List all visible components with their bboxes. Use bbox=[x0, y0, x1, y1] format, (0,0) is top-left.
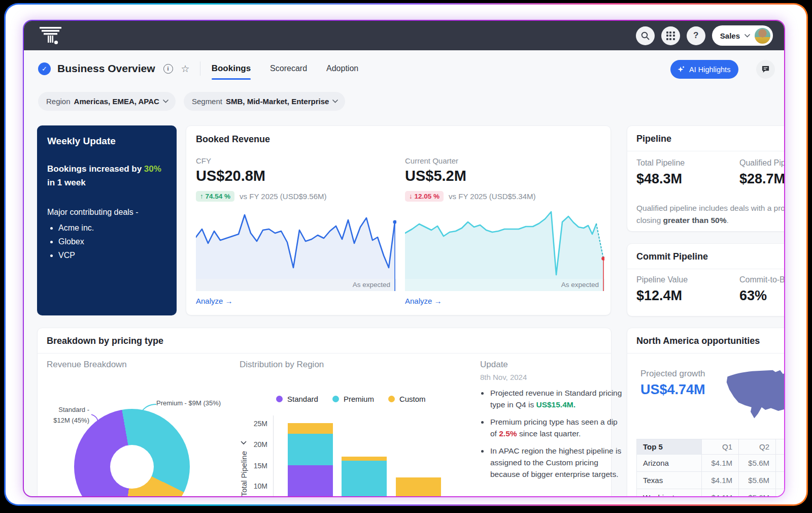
north-america-card: North America opportunities Projected gr… bbox=[627, 328, 785, 497]
kpi-label: Current Quarter bbox=[405, 156, 604, 165]
region-filter-value: Americas, EMEA, APAC bbox=[74, 97, 159, 106]
delta-badge: ↑ 74.54 % bbox=[196, 191, 234, 202]
filter-bar: Region Americas, EMEA, APAC Segment SMB,… bbox=[38, 92, 345, 111]
user-avatar[interactable] bbox=[755, 28, 770, 44]
update-date: 8th Nov, 2024 bbox=[480, 373, 527, 381]
chevron-down-icon bbox=[332, 100, 338, 103]
region-bar-1[interactable] bbox=[288, 423, 333, 497]
weekly-update-card: Weekly Update Bookings increased by 30% … bbox=[37, 125, 177, 315]
revenue-breakdown-title: Revenue Breakdown bbox=[47, 360, 127, 370]
update-bullet: In APAC region the highest pipeline is a… bbox=[489, 445, 622, 480]
projected-growth-label: Projected growth bbox=[640, 369, 705, 379]
headline-highlight: 30% bbox=[144, 164, 161, 174]
topbar-actions: ? Sales bbox=[636, 25, 773, 46]
pipeline-card: Pipeline Total Pipeline $48.3M Qualified… bbox=[627, 125, 785, 232]
donut-label-standard: Standard - $12M (45%) bbox=[40, 404, 89, 426]
region-bar-3[interactable] bbox=[396, 477, 441, 497]
donut-label-premium: Premium - $9M (35%) bbox=[156, 399, 221, 407]
update-bullet: Premium pricing type has seen a dip of 2… bbox=[489, 416, 622, 439]
comments-button[interactable] bbox=[756, 60, 775, 79]
gradient-frame: ? Sales ✓ Business Overview i ☆ Bookings… bbox=[4, 3, 808, 506]
total-pipeline-metric: Total Pipeline $48.3M bbox=[636, 158, 685, 187]
pipeline-title: Pipeline bbox=[636, 134, 785, 144]
deal-item: Acme inc. bbox=[58, 221, 166, 235]
chart-status-label: As expected bbox=[561, 281, 599, 288]
tab-bookings[interactable]: Bookings bbox=[212, 58, 251, 79]
verified-badge-icon: ✓ bbox=[38, 62, 51, 75]
bar-legend: Standard Premium Custom bbox=[276, 395, 426, 403]
breakdown-title: Breakdown by pricing type bbox=[47, 336, 602, 346]
cfy-line-chart[interactable]: As expected bbox=[196, 208, 396, 291]
table-header-row: Top 5 Q1 Q2 Q3 bbox=[637, 439, 786, 455]
kpi-value: US$20.8M bbox=[196, 168, 396, 184]
delta-comparison: vs FY 2025 (USD$5.34M) bbox=[449, 192, 535, 201]
weekly-update-title: Weekly Update bbox=[47, 136, 166, 147]
legend-dot bbox=[332, 396, 339, 402]
legend-dot bbox=[276, 396, 283, 402]
highlight-value: US$15.4M. bbox=[536, 400, 576, 409]
ai-highlights-label: AI Highlights bbox=[689, 66, 730, 74]
segment-filter-label: Segment bbox=[192, 97, 222, 106]
region-filter[interactable]: Region Americas, EMEA, APAC bbox=[38, 92, 176, 111]
booked-revenue-card: Booked Revenue CFY US$20.8M ↑ 74.54 % vs… bbox=[186, 125, 611, 315]
pipeline-note: Qualified pipeline includes deals with a… bbox=[636, 202, 785, 227]
chart-status-label: As expected bbox=[353, 281, 390, 288]
donut-connector bbox=[90, 413, 101, 429]
y-tick: 20M bbox=[237, 440, 267, 448]
kpi-value: US$5.2M bbox=[405, 168, 604, 184]
update-bullet-list: Projected revenue in Standard pricing ty… bbox=[489, 387, 622, 486]
table-header-q2: Q2 bbox=[739, 439, 776, 455]
delta-row: ↓ 12.05 % vs FY 2025 (USD$5.34M) bbox=[405, 191, 604, 202]
workspace-name: Sales bbox=[720, 31, 740, 40]
analyze-link[interactable]: Analyze → bbox=[405, 297, 442, 305]
help-icon[interactable]: ? bbox=[687, 26, 705, 45]
kpi-label: CFY bbox=[196, 156, 396, 165]
table-row: Washington $4.1M $5.6M $5.6M bbox=[637, 489, 786, 498]
update-title: Update bbox=[480, 360, 508, 370]
apps-grid-icon[interactable] bbox=[661, 26, 680, 45]
comment-icon bbox=[761, 65, 770, 74]
workspace-switcher[interactable]: Sales bbox=[712, 25, 773, 46]
current-quarter-panel: Current Quarter US$5.2M ↓ 12.05 % vs FY … bbox=[405, 156, 604, 306]
distribution-title: Distribution by Region bbox=[240, 360, 324, 370]
pipeline-value-metric: Pipeline Value $12.4M bbox=[636, 275, 688, 304]
table-header-q1: Q1 bbox=[702, 439, 739, 455]
search-icon[interactable] bbox=[636, 26, 655, 45]
delta-row: ↑ 74.54 % vs FY 2025 (USD$9.56M) bbox=[196, 191, 396, 202]
analyze-link[interactable]: Analyze → bbox=[196, 297, 233, 305]
tab-scorecard[interactable]: Scorecard bbox=[270, 59, 307, 78]
y-tick: 10M bbox=[237, 482, 267, 490]
info-icon[interactable]: i bbox=[163, 64, 173, 74]
deal-item: VCP bbox=[58, 248, 166, 262]
y-tick: 15M bbox=[237, 462, 267, 470]
table-header-q3: Q3 bbox=[776, 439, 785, 455]
sparkle-icon bbox=[677, 66, 685, 74]
current-quarter-line-chart[interactable]: As expected bbox=[405, 208, 604, 291]
segment-filter-value: SMB, Mid-Market, Enterprise bbox=[226, 97, 329, 106]
tab-adoption[interactable]: Adoption bbox=[326, 59, 358, 78]
table-row: Arizona $4.1M $5.6M $5.6M bbox=[637, 455, 786, 472]
segment-filter[interactable]: Segment SMB, Mid-Market, Enterprise bbox=[184, 92, 345, 111]
booked-revenue-title: Booked Revenue bbox=[186, 134, 611, 145]
divider bbox=[200, 61, 200, 76]
commit-to-book-metric: Commit-to-Book 63% bbox=[739, 275, 785, 304]
highlight-value: 2.5% bbox=[499, 429, 517, 438]
top5-table: Top 5 Q1 Q2 Q3 Arizona $4.1M $5.6M $5.6M… bbox=[636, 439, 785, 497]
breakdown-card: Breakdown by pricing type Revenue Breakd… bbox=[37, 328, 612, 497]
chevron-down-icon bbox=[163, 100, 168, 103]
favorite-star-icon[interactable]: ☆ bbox=[181, 64, 190, 74]
north-america-title: North America opportunities bbox=[636, 336, 785, 346]
table-header-top5: Top 5 bbox=[637, 439, 702, 455]
topbar: ? Sales bbox=[24, 21, 784, 50]
legend-custom: Custom bbox=[388, 395, 426, 403]
projected-growth-value: US$4.74M bbox=[640, 382, 705, 398]
legend-standard: Standard bbox=[276, 395, 318, 403]
region-bar-2[interactable] bbox=[342, 457, 387, 497]
delta-badge: ↓ 12.05 % bbox=[405, 191, 444, 202]
page-header: ✓ Business Overview i ☆ Bookings Scoreca… bbox=[38, 57, 358, 80]
usa-map[interactable] bbox=[725, 360, 785, 431]
weekly-headline: Bookings increased by 30% in 1 week bbox=[47, 162, 164, 189]
deals-label: Major contributing deals - bbox=[47, 206, 166, 219]
ai-highlights-button[interactable]: AI Highlights bbox=[670, 60, 738, 79]
deal-list: Acme inc. Globex VCP bbox=[47, 221, 166, 262]
